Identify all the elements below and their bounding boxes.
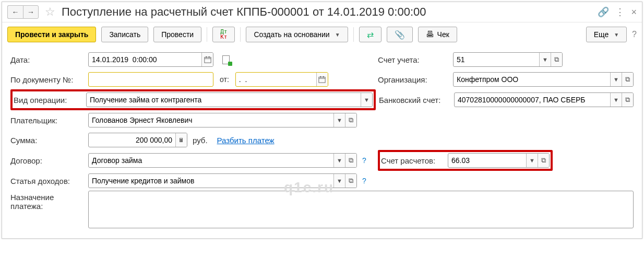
currency-label: руб. [193, 136, 208, 145]
account-label: Счет учета: [378, 55, 451, 64]
svg-rect-3 [208, 56, 209, 58]
favorite-star-icon[interactable]: ☆ [45, 5, 55, 19]
dropdown-button[interactable]: ▼ [526, 154, 538, 167]
op-type-label: Вид операции: [14, 96, 86, 104]
printer-icon: 🖶 [426, 30, 434, 39]
sum-input[interactable] [89, 133, 175, 147]
contract-field[interactable]: ▼ [88, 153, 357, 168]
payer-input[interactable] [89, 113, 333, 127]
check-button[interactable]: 🖶 Чек [418, 27, 457, 42]
tree-icon: ⇄ [367, 30, 374, 40]
svg-rect-6 [320, 76, 321, 78]
dropdown-button[interactable]: ▼ [361, 93, 372, 107]
settlement-acc-field[interactable]: ▼ [448, 153, 550, 168]
op-type-field[interactable]: ▼ [86, 92, 373, 107]
chevron-down-icon: ▼ [614, 32, 619, 38]
window-title: Поступление на расчетный счет КППБ-00000… [62, 5, 594, 19]
purpose-label: Назначение платежа: [10, 191, 86, 211]
paperclip-icon: 📎 [395, 30, 405, 40]
chevron-down-icon: ▼ [335, 32, 340, 38]
settlement-acc-input[interactable] [448, 154, 526, 167]
post-button[interactable]: Провести [153, 27, 201, 42]
open-button[interactable] [345, 174, 356, 188]
check-label: Чек [437, 30, 449, 39]
nav-back-button[interactable]: ← [7, 5, 23, 19]
doc-number-input[interactable] [89, 73, 213, 86]
dropdown-button[interactable]: ▼ [610, 73, 622, 86]
create-based-label: Создать на основании [254, 30, 329, 39]
income-item-input[interactable] [89, 174, 333, 188]
dropdown-button[interactable]: ▼ [333, 174, 345, 188]
contract-input[interactable] [89, 154, 333, 167]
link-icon[interactable]: 🔗 [598, 6, 609, 18]
svg-rect-2 [206, 56, 207, 58]
open-button[interactable] [622, 93, 633, 107]
open-button[interactable] [345, 113, 356, 127]
doc-number-field[interactable] [88, 72, 213, 87]
settlement-acc-label: Счет расчетов: [381, 156, 448, 165]
structure-button[interactable]: ⇄ [359, 27, 381, 42]
date-field[interactable] [88, 52, 213, 67]
dropdown-button[interactable]: ▼ [610, 93, 622, 107]
help-hint-icon[interactable]: ? [362, 177, 366, 185]
kebab-menu-icon[interactable]: ⋮ [615, 6, 625, 18]
bank-acc-label: Банковский счет: [379, 96, 452, 104]
date-label: Дата: [10, 55, 86, 64]
payer-field[interactable]: ▼ [88, 113, 357, 127]
org-field[interactable]: ▼ [453, 72, 634, 87]
date-input[interactable] [89, 53, 201, 66]
dtkt-icon: ДтКт [220, 29, 227, 40]
open-button[interactable] [538, 154, 549, 167]
help-icon[interactable]: ? [632, 30, 637, 39]
sum-field[interactable]: 🖩 [88, 133, 187, 147]
attach-button[interactable]: 📎 [387, 27, 413, 42]
income-item-label: Статья доходов: [10, 177, 86, 185]
open-button[interactable] [622, 73, 633, 86]
contract-label: Договор: [10, 156, 86, 165]
settlement-acc-highlight: Счет расчетов: ▼ [378, 150, 553, 171]
bank-acc-input[interactable] [455, 93, 610, 107]
toolbar-separator [207, 27, 207, 42]
write-button[interactable]: Записать [101, 27, 148, 42]
open-button[interactable] [345, 154, 356, 167]
dtkt-button[interactable]: ДтКт [212, 27, 235, 42]
close-button[interactable]: × [631, 7, 637, 18]
account-field[interactable]: ▼ [453, 52, 563, 67]
account-input[interactable] [454, 53, 539, 66]
doc-from-input[interactable] [236, 73, 316, 86]
op-type-input[interactable] [87, 93, 361, 107]
create-based-on-button[interactable]: Создать на основании ▼ [246, 27, 348, 42]
sum-label: Сумма: [10, 136, 86, 145]
document-status-icon[interactable] [221, 54, 231, 65]
calculator-icon[interactable]: 🖩 [175, 133, 187, 147]
split-payment-link[interactable]: Разбить платеж [217, 136, 275, 145]
from-label: от: [220, 75, 229, 84]
by-doc-label: По документу №: [10, 75, 86, 84]
toolbar-separator [353, 27, 354, 42]
org-label: Организация: [378, 75, 451, 84]
bank-acc-field[interactable]: ▼ [454, 92, 634, 107]
op-type-highlight: Вид операции: ▼ [10, 89, 376, 110]
purpose-textarea[interactable] [88, 191, 634, 228]
svg-rect-7 [323, 76, 324, 78]
post-and-close-button[interactable]: Провести и закрыть [7, 27, 96, 42]
open-button[interactable] [551, 53, 562, 66]
calendar-icon[interactable] [201, 53, 213, 66]
toolbar-separator [240, 27, 241, 42]
svg-rect-0 [204, 57, 210, 63]
svg-rect-4 [319, 77, 325, 83]
org-input[interactable] [454, 73, 610, 86]
dropdown-button[interactable]: ▼ [539, 53, 551, 66]
dropdown-button[interactable]: ▼ [333, 113, 345, 127]
income-item-field[interactable]: ▼ [88, 173, 357, 188]
dropdown-button[interactable]: ▼ [333, 154, 345, 167]
doc-from-field[interactable] [235, 72, 328, 87]
more-label: Еще [594, 30, 609, 39]
nav-forward-button[interactable]: → [23, 5, 39, 19]
help-hint-icon[interactable]: ? [362, 156, 366, 165]
more-button[interactable]: Еще ▼ [586, 27, 627, 42]
calendar-icon[interactable] [316, 73, 328, 86]
payer-label: Плательщик: [10, 116, 86, 125]
